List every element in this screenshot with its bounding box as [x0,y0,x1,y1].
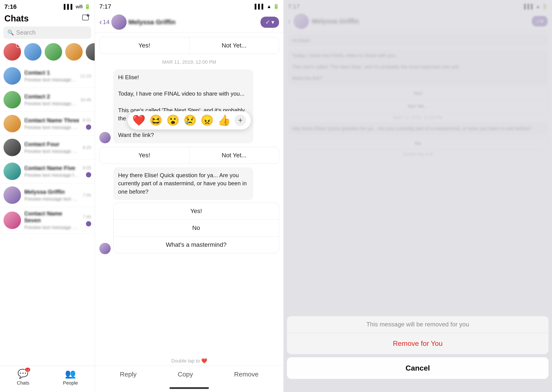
checkmark-dropdown-button[interactable]: ✓ ▾ [261,17,279,28]
chat-item-3[interactable]: Contact Four Preview text message here f… [0,136,95,160]
signal-icon-2: ▌▌▌ [255,4,265,9]
qr-whatsmastermind-3[interactable]: What's a mastermind? [113,237,279,253]
messages-area: Yes! Not Yet... MAR 11, 2019, 12:00 PM H… [95,33,283,358]
status-time-2: 7:17 [99,3,111,10]
wifi-icon: wifi [76,4,83,10]
qr-notyet-2[interactable]: Not Yet... [189,147,279,164]
status-bar-1: 7:16 ▌▌▌ wifi 🔋 [0,0,95,12]
chat-name-1: Contact 2 [24,93,77,100]
chat-info-5: Melyssa Griffin Preview message text her… [24,189,80,202]
qr-row-1: Yes! Not Yet... [99,37,279,54]
qr-notyet-1[interactable]: Not Yet... [189,37,279,54]
chats-header: Chats [0,12,95,27]
chat-preview-3: Preview text message here for chat [24,148,80,154]
people-nav-icon: 👥 [65,369,76,379]
chat-time-3: 8:20 [83,145,91,150]
chat-item-0[interactable]: Contact 1 Preview text message here for … [0,64,95,88]
signal-icon: ▌▌▌ [64,4,74,10]
quick-reply-3: Yes! No What's a mastermind? [113,203,279,253]
emoji-wow[interactable]: 😮 [166,114,179,126]
chat-preview-2: Preview text message here for chat... [24,125,80,130]
battery-icon: 🔋 [84,4,90,10]
quick-reply-2: Yes! Not Yet... [99,147,279,164]
chat-name-0: Contact 1 [24,69,77,76]
story-item-2[interactable] [45,43,62,61]
nav-people[interactable]: 👥 People [63,369,78,386]
nav-chats[interactable]: 💬 14 Chats [17,369,29,386]
emoji-cry[interactable]: 😢 [184,114,197,126]
story-item-1[interactable] [24,43,41,61]
emoji-heart[interactable]: ❤️ [132,114,145,126]
chat-item-1[interactable]: Contact 2 Preview text message here for … [0,88,95,112]
chat-detail-header: ‹ 14 Melyssa Griffin ✓ ▾ [95,11,283,33]
qr-yes-2[interactable]: Yes! [99,147,189,164]
chat-time-6: 7:40 [83,214,91,219]
chat-meta-6: 7:40 [83,214,91,226]
copy-action[interactable]: Copy [178,371,193,378]
chats-nav-badge: 14 [25,367,31,372]
story-row: 1 [0,41,95,64]
chat-meta-0: 11:23 [80,73,91,78]
action-sheet-group: This message will be removed for you Rem… [287,316,548,354]
chat-list: Contact 1 Preview text message here for … [0,64,95,366]
header-contact-name: Melyssa Griffin [128,18,175,26]
reply-action[interactable]: Reply [120,371,137,378]
action-sheet-cancel-group: Cancel [287,357,548,379]
chat-info-0: Contact 1 Preview text message here for … [24,69,77,83]
emoji-reaction-bar: ❤️ 😆 😮 😢 😠 👍 + [127,111,251,129]
emoji-laugh[interactable]: 😆 [149,114,163,126]
chat-meta-2: 9:31 [83,118,91,130]
chat-item-2[interactable]: Contact Name Three Preview text message … [0,112,95,136]
search-bar[interactable]: 🔍 Search [4,27,91,39]
chat-info-3: Contact Four Preview text message here f… [24,141,80,154]
chats-nav-label: Chats [17,380,29,386]
chat-item-5[interactable]: Melyssa Griffin Preview message text her… [0,183,95,207]
compose-icon[interactable] [82,13,90,24]
chat-avatar-2 [4,115,21,132]
cancel-button[interactable]: Cancel [287,357,548,379]
story-item-0[interactable]: 1 [4,43,21,61]
story-item-3[interactable] [65,43,83,61]
emoji-angry[interactable]: 😠 [200,114,214,126]
status-time-1: 7:16 [4,3,17,10]
chat-preview-4: Preview text message for this chat... [24,172,80,178]
chat-time-1: 10:45 [80,97,91,102]
emoji-thumbsup[interactable]: 👍 [218,114,231,126]
chat-meta-4: 8:05 [83,165,91,177]
people-nav-label: People [63,380,78,386]
story-avatar-4 [86,43,95,61]
chat-item-4[interactable]: Contact Name Five Preview text message f… [0,160,95,183]
qr-yes-3[interactable]: Yes! [113,203,279,220]
chat-avatar-1 [4,91,21,109]
chat-avatar-5 [4,186,21,204]
emoji-more-button[interactable]: + [235,115,246,126]
chat-preview-1: Preview text message here for chat [24,101,77,106]
message-1-avatar [99,132,111,143]
chats-nav-icon: 💬 14 [18,369,28,379]
chat-name-3: Contact Four [24,141,80,148]
chat-name-6: Contact Name Seven [24,210,80,224]
qr-row-2: Yes! Not Yet... [99,147,279,164]
quick-reply-1-top: Yes! Not Yet... [99,37,279,54]
message-1-wrapper: Hi Elise! Today, I have one FINAL video … [99,69,279,143]
chat-avatar-0 [4,67,21,85]
story-avatar-2 [45,43,62,61]
timestamp-label: MAR 11, 2019, 12:00 PM [99,59,279,65]
chat-avatar-4 [4,162,21,180]
back-button[interactable]: ‹ 14 [99,17,110,27]
qr-yes-1[interactable]: Yes! [99,37,189,54]
remove-for-you-button[interactable]: Remove for You [287,333,548,354]
remove-action[interactable]: Remove [234,371,258,378]
chat-info-1: Contact 2 Preview text message here for … [24,93,77,106]
action-sheet: This message will be removed for you Rem… [283,316,552,379]
chat-avatar-3 [4,139,21,156]
story-badge-0: 1 [16,43,21,48]
chat-preview-6: Preview text message here for chat... [24,225,80,230]
back-count: 14 [103,19,110,26]
chat-info-6: Contact Name Seven Preview text message … [24,210,80,230]
qr-no-3[interactable]: No [113,220,279,237]
chat-item-6[interactable]: Contact Name Seven Preview text message … [0,207,95,234]
back-arrow-icon: ‹ [99,17,102,27]
story-item-4[interactable] [86,43,95,61]
chat-time-4: 8:05 [83,165,91,170]
